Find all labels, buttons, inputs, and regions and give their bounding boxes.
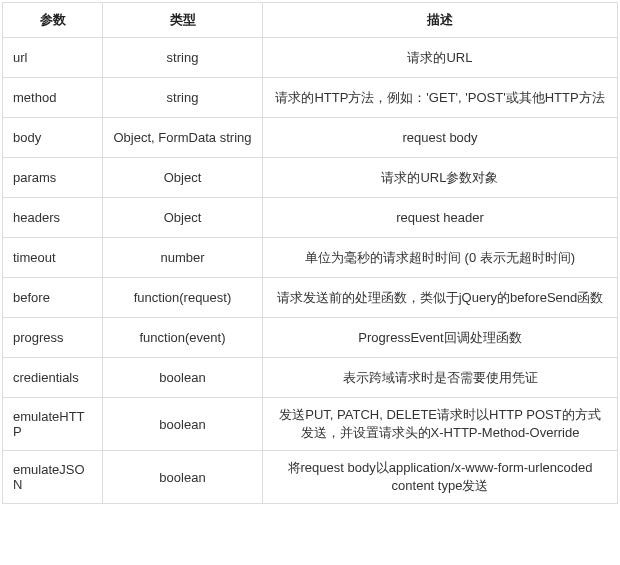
cell-type: number: [103, 238, 263, 278]
cell-desc: ProgressEvent回调处理函数: [263, 318, 618, 358]
table-row: bodyObject, FormData stringrequest body: [3, 118, 618, 158]
table-row: timeoutnumber单位为毫秒的请求超时时间 (0 表示无超时时间): [3, 238, 618, 278]
table-row: emulateJSONboolean将request body以applicat…: [3, 451, 618, 504]
table-row: beforefunction(request)请求发送前的处理函数，类似于jQu…: [3, 278, 618, 318]
cell-param: timeout: [3, 238, 103, 278]
cell-param: body: [3, 118, 103, 158]
cell-param: emulateJSON: [3, 451, 103, 504]
cell-param: params: [3, 158, 103, 198]
cell-type: string: [103, 78, 263, 118]
header-type: 类型: [103, 3, 263, 38]
params-table: 参数 类型 描述 urlstring请求的URLmethodstring请求的H…: [2, 2, 618, 504]
cell-param: emulateHTTP: [3, 398, 103, 451]
cell-type: Object: [103, 158, 263, 198]
table-header-row: 参数 类型 描述: [3, 3, 618, 38]
table-row: progressfunction(event)ProgressEvent回调处理…: [3, 318, 618, 358]
cell-desc: 请求的URL参数对象: [263, 158, 618, 198]
cell-desc: 发送PUT, PATCH, DELETE请求时以HTTP POST的方式发送，并…: [263, 398, 618, 451]
table-row: urlstring请求的URL: [3, 38, 618, 78]
cell-type: string: [103, 38, 263, 78]
cell-desc: 单位为毫秒的请求超时时间 (0 表示无超时时间): [263, 238, 618, 278]
cell-param: progress: [3, 318, 103, 358]
cell-param: credientials: [3, 358, 103, 398]
cell-desc: request body: [263, 118, 618, 158]
cell-desc: request header: [263, 198, 618, 238]
table-row: credientialsboolean表示跨域请求时是否需要使用凭证: [3, 358, 618, 398]
cell-type: boolean: [103, 358, 263, 398]
cell-param: headers: [3, 198, 103, 238]
cell-desc: 表示跨域请求时是否需要使用凭证: [263, 358, 618, 398]
cell-type: function(event): [103, 318, 263, 358]
cell-desc: 将request body以application/x-www-form-url…: [263, 451, 618, 504]
cell-type: Object: [103, 198, 263, 238]
cell-desc: 请求发送前的处理函数，类似于jQuery的beforeSend函数: [263, 278, 618, 318]
cell-type: function(request): [103, 278, 263, 318]
table-row: methodstring请求的HTTP方法，例如：'GET', 'POST'或其…: [3, 78, 618, 118]
cell-type: boolean: [103, 398, 263, 451]
cell-desc: 请求的URL: [263, 38, 618, 78]
table-row: emulateHTTPboolean发送PUT, PATCH, DELETE请求…: [3, 398, 618, 451]
header-param: 参数: [3, 3, 103, 38]
cell-param: method: [3, 78, 103, 118]
cell-desc: 请求的HTTP方法，例如：'GET', 'POST'或其他HTTP方法: [263, 78, 618, 118]
table-row: headersObjectrequest header: [3, 198, 618, 238]
cell-type: boolean: [103, 451, 263, 504]
cell-type: Object, FormData string: [103, 118, 263, 158]
cell-param: before: [3, 278, 103, 318]
header-desc: 描述: [263, 3, 618, 38]
table-row: paramsObject请求的URL参数对象: [3, 158, 618, 198]
cell-param: url: [3, 38, 103, 78]
